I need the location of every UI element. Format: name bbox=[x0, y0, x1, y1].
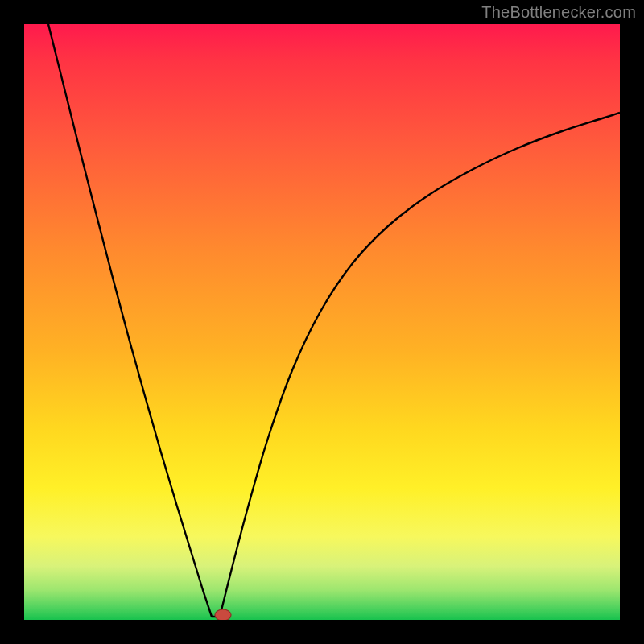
curve-right-branch bbox=[220, 113, 620, 617]
plot-svg bbox=[24, 24, 620, 620]
minimum-marker bbox=[215, 609, 231, 620]
plot-area bbox=[24, 24, 620, 620]
chart-frame: TheBottlenecker.com bbox=[0, 0, 644, 644]
curve-left-branch bbox=[48, 24, 220, 617]
attribution-label: TheBottlenecker.com bbox=[481, 3, 636, 22]
